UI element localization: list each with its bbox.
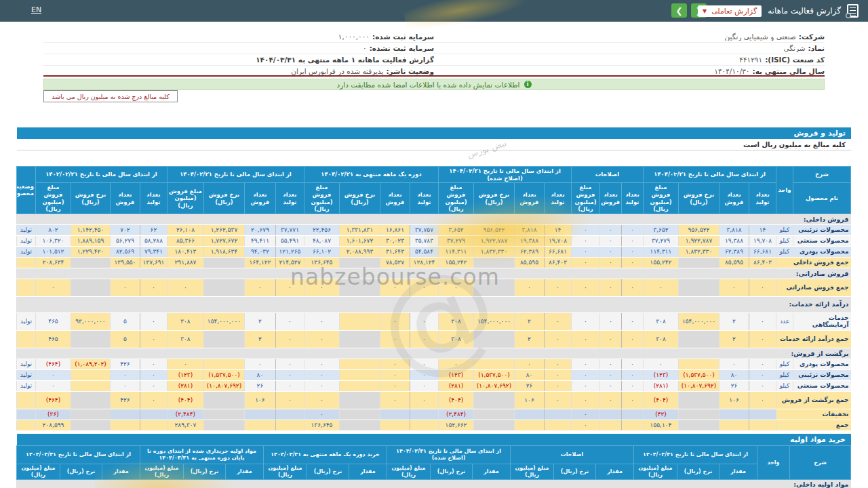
- page-title: گزارش فعالیت ماهانه: [768, 6, 841, 16]
- table-cell: ۰: [304, 380, 339, 391]
- table-cell: ۱۴: [545, 224, 572, 235]
- column-header: تعداد فروش: [515, 183, 545, 214]
- table-cell: ۰: [572, 359, 600, 369]
- table-cell: (۲,۴۸۴): [439, 409, 474, 420]
- table-cell: (۱۰,۸۰۷,۶۹۲): [474, 380, 515, 391]
- info-cell-left: سرمایه ثبت نشده:۰: [43, 44, 434, 52]
- column-header: مبلغ (میلیون ریال): [16, 464, 60, 480]
- group-header: از ابتدای سال مالی تا تاریخ ۱۴۰۴/۰۲/۳۱ (…: [387, 446, 510, 464]
- column-header: نرخ فروش (ریال): [474, 183, 515, 214]
- table-cell: ۱۵۲,۶۶۲: [439, 420, 474, 430]
- table-cell: ۰: [749, 359, 776, 369]
- table-cell: ۲۰۸,۵۹۹: [35, 420, 71, 430]
- table-row: محصولات پودریکیلو۰۰۰۰۰۰۰۰۰۰۰۰۰۰۰۰۴۲۶(۱,۰…: [16, 359, 850, 369]
- table-cell: ۸۶,۴۰۳: [545, 257, 572, 268]
- table-cell: ۰: [515, 359, 545, 369]
- next-report-button[interactable]: ❮: [671, 3, 687, 18]
- table-cell: ۰: [275, 359, 304, 369]
- table-cell: ۰: [749, 369, 776, 380]
- table-cell: ۰: [749, 312, 776, 330]
- section-row: درآمد ارائه خدمات:: [16, 296, 850, 312]
- table-cell: ۱۶,۸۶۱: [380, 224, 410, 235]
- table-cell: ۲۶: [244, 380, 275, 391]
- table-cell: (۲۸۱): [439, 380, 474, 391]
- table-cell: [244, 409, 275, 420]
- table-cell: [474, 420, 515, 430]
- info-cell-left: سرمایه ثبت شده:۱,۰۰۰,۰۰۰: [43, 33, 434, 41]
- table-cell: [340, 330, 380, 348]
- table-cell: ۰: [749, 391, 776, 409]
- column-header: تعداد فروش: [380, 183, 410, 214]
- table-cell: (۱۲۳): [644, 369, 679, 380]
- amounts-note-text: کلیه مبالغ درج شده به میلیون ریال می باش…: [52, 93, 170, 100]
- table-cell: ۰: [275, 391, 304, 409]
- table-cell: ۰: [622, 312, 644, 330]
- table-cell: ۲۸۹,۳۰۷: [167, 420, 203, 430]
- table-cell: (۴۲): [644, 409, 679, 420]
- table-cell: [71, 330, 110, 348]
- table-cell: ۱,۷۲۷,۶۷۲: [203, 235, 244, 246]
- column-header: مقدار: [349, 464, 387, 480]
- table-cell: ۶۲,۳۸۹: [719, 246, 749, 257]
- table-cell: ۱۲۱,۲۶۵: [275, 246, 304, 257]
- table-cell: [140, 420, 167, 430]
- table-cell: ۳۱,۶۴۳: [380, 246, 410, 257]
- language-toggle[interactable]: EN: [31, 5, 41, 14]
- table-cell: ۲: [719, 330, 749, 348]
- group-header: از ابتدای سال مالی تا تاریخ ۱۴۰۴/۰۲/۳۱: [644, 167, 776, 183]
- row-label: خدمات آزمایشگاهی: [793, 312, 851, 330]
- table-cell: ۶۲: [140, 224, 167, 235]
- row-label: جمع: [776, 420, 851, 430]
- table-cell: ۵: [110, 330, 140, 348]
- column-header: نرخ فروش (ریال): [340, 183, 380, 214]
- info-label: سرمایه ثبت نشده:: [370, 44, 434, 52]
- info-label: کد صنعت (ISIC):: [765, 56, 825, 64]
- column-header: مبلغ (میلیون ریال): [510, 464, 553, 480]
- table-cell: ۱۹,۷۰۸: [545, 235, 572, 246]
- table-cell: ۶۶,۱۰۲: [304, 246, 339, 257]
- table-row: جمع فروش داخلی۸۶,۴۰۳۸۵,۵۹۵۱۵۵,۲۴۲۰۰۰۸۶,۴…: [16, 257, 850, 268]
- table-cell: ۰: [380, 380, 410, 391]
- info-row: شرکت:صنعتی و شیمیایی رنگینسرمایه ثبت شده…: [43, 31, 825, 43]
- row-label: محصولات پودری: [793, 246, 851, 257]
- status-cell: تولید: [16, 380, 35, 391]
- section-row: فروش صادراتی:: [16, 268, 850, 279]
- table-cell: [679, 420, 719, 430]
- status-cell: [16, 279, 35, 296]
- table-cell: (۲۸۱): [644, 380, 679, 391]
- table-cell: ۳,۶۵۲: [644, 224, 679, 235]
- table-cell: ۰: [244, 359, 275, 369]
- table-cell: [275, 420, 304, 430]
- table-cell: [71, 409, 110, 420]
- unit-cell: کیلو: [776, 224, 793, 235]
- table-cell: (۴۰۴): [167, 391, 203, 409]
- table-cell: ۲۶,۱۰۸: [167, 224, 203, 235]
- section-label: برگشت از فروش:: [16, 348, 850, 359]
- table-cell: ۴۶۵: [35, 312, 71, 330]
- report-type-dropdown[interactable]: گزارش تعاملی ▼: [698, 5, 762, 17]
- column-header: شرح: [793, 167, 851, 183]
- table-cell: ۱۹,۳۸۸: [719, 235, 749, 246]
- table-cell: [749, 420, 776, 430]
- table-cell: ۰: [600, 359, 622, 369]
- table-cell: ۸۰۲: [35, 224, 71, 235]
- table-cell: [679, 359, 719, 369]
- table-cell: ۸۵,۵۹۵: [515, 257, 545, 268]
- table-cell: [275, 409, 304, 420]
- column-header: تعداد تولید: [622, 183, 644, 214]
- section-label: فروش صادراتی:: [16, 268, 850, 279]
- divider-line: [43, 75, 825, 77]
- table-cell: (۳۶): [35, 409, 71, 420]
- table-cell: ۳۰۸: [167, 330, 203, 348]
- table-cell: ۰: [304, 359, 339, 369]
- column-header: نرخ (ریال): [307, 464, 349, 480]
- table-row: جمع فروش صادراتی۰۰۰۰۰۰۰۰۰۰۰۰۰۰۰۰۰۰: [16, 279, 850, 296]
- info-value: شرنگی: [783, 44, 805, 52]
- table-cell: ۰: [572, 330, 600, 348]
- info-value: ۱۴۰۴/۱۰/۳۰: [714, 67, 749, 75]
- table-cell: ۰: [35, 369, 71, 380]
- info-icon: i: [524, 81, 532, 88]
- table-cell: ۰: [167, 359, 203, 369]
- table-cell: ۰: [110, 369, 140, 380]
- table-cell: [410, 420, 439, 430]
